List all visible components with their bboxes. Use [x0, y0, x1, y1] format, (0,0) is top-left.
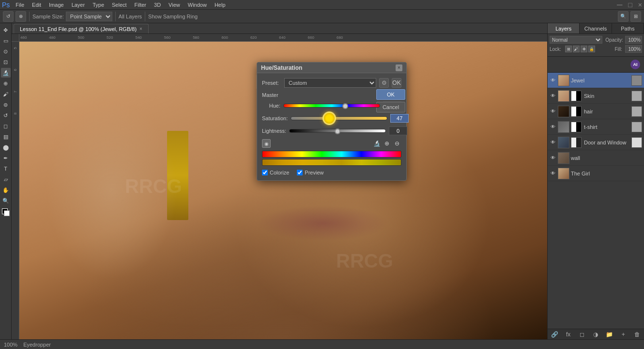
zoom-tool[interactable]: 🔍 [1, 196, 11, 206]
lock-brush[interactable]: 🖌 [573, 46, 580, 52]
layer-wall[interactable]: 👁 wall [548, 150, 644, 166]
eyedropper-tool[interactable]: 🔬 [1, 68, 11, 78]
layer-skin-thumb [558, 90, 569, 102]
saturation-thumb[interactable] [322, 111, 336, 125]
layer-mask-btn[interactable]: ◻ [578, 330, 586, 339]
menu-edit[interactable]: Edit [30, 2, 43, 8]
sample-size-select[interactable]: Point Sample [66, 12, 112, 21]
layer-jewel-eye[interactable]: 👁 [550, 77, 556, 84]
preset-gear-btn[interactable]: ⚙ [379, 78, 389, 88]
layer-wall-name: wall [571, 155, 642, 161]
lock-all[interactable]: 🔒 [588, 46, 595, 52]
move-tool[interactable]: ✥ [1, 25, 11, 35]
gradient-tool[interactable]: ▤ [1, 132, 11, 142]
file-tab[interactable]: Lesson 11_End File.psd @ 100% (Jewel, RG… [14, 24, 149, 33]
dialog-close-btn[interactable]: × [396, 64, 402, 71]
all-layers-label: All Layers [119, 14, 142, 19]
sample-tool-1[interactable]: ◉ [262, 139, 271, 148]
layer-add-btn[interactable]: + [619, 330, 628, 339]
tab-layers[interactable]: Layers [548, 23, 580, 33]
eyedropper-tool-1[interactable]: 🔬 [372, 139, 381, 148]
layer-skin[interactable]: 👁 Skin [548, 88, 644, 104]
ruler-v-2: 6 [13, 64, 17, 71]
layer-hair[interactable]: 👁 hair [548, 104, 644, 119]
menu-select[interactable]: Select [110, 2, 129, 8]
fill-input[interactable] [625, 45, 642, 53]
lightness-value-input[interactable] [389, 127, 407, 135]
menu-image[interactable]: Image [47, 2, 66, 8]
type-tool[interactable]: T [1, 164, 11, 174]
menu-file[interactable]: File [14, 2, 26, 8]
layer-fx-btn[interactable]: fx [564, 330, 573, 339]
stamp-tool[interactable]: ⊜ [1, 100, 11, 110]
selection-tool[interactable]: ▭ [1, 36, 11, 46]
preset-select[interactable]: Custom [284, 78, 376, 88]
menu-layer[interactable]: Layer [70, 2, 87, 8]
layer-door-eye[interactable]: 👁 [550, 139, 556, 146]
layer-jewel[interactable]: 👁 Jewel [548, 73, 644, 88]
eraser-tool[interactable]: ◻ [1, 121, 11, 131]
lasso-tool[interactable]: ⊙ [1, 47, 11, 56]
dialog-tools-row: ◉ 🔬 ⊕ ⊖ [262, 139, 401, 148]
eyedropper-tool-2[interactable]: ⊕ [383, 139, 391, 148]
ai-button[interactable]: AI [630, 60, 640, 69]
menu-filter[interactable]: Filter [133, 2, 148, 8]
tool-selector-btn[interactable]: ↺ [3, 11, 14, 22]
preview-checkbox[interactable] [297, 170, 303, 175]
tool-alt-btn[interactable]: ⊕ [15, 11, 26, 22]
tab-paths[interactable]: Paths [612, 23, 644, 33]
crop-tool[interactable]: ⊡ [1, 57, 11, 67]
foreground-bg-colors[interactable] [2, 208, 10, 216]
ruler-mark-660: 660 [308, 35, 314, 40]
tab-close-btn[interactable]: × [139, 26, 142, 32]
menu-type[interactable]: Type [91, 2, 106, 8]
window-close-btn[interactable]: × [638, 1, 642, 9]
layer-hair-eye[interactable]: 👁 [550, 108, 556, 115]
menu-view[interactable]: View [167, 2, 182, 8]
lock-arrows[interactable]: ✥ [581, 46, 587, 52]
brush-tool[interactable]: 🖌 [1, 89, 11, 99]
shape-tool[interactable]: ▱ [1, 174, 11, 184]
lock-checkerboard[interactable]: ⊠ [565, 46, 572, 52]
layer-girl-name: The Girl [571, 171, 642, 176]
layer-group-btn[interactable]: 📁 [605, 330, 614, 339]
minimize-btn[interactable]: ─ [617, 0, 622, 9]
tab-channels[interactable]: Channels [580, 23, 612, 33]
eyedropper-tool-3[interactable]: ⊖ [393, 139, 401, 148]
layer-door[interactable]: 👁 Door and Window [548, 135, 644, 150]
search-btn[interactable]: 🔍 [618, 11, 629, 22]
layer-tshirt[interactable]: 👁 t-shirt [548, 119, 644, 135]
layer-skin-eye[interactable]: 👁 [550, 93, 556, 99]
layer-adjustment-btn[interactable]: ◑ [591, 330, 600, 339]
healing-tool[interactable]: ⊕ [1, 79, 11, 88]
menu-3d[interactable]: 3D [152, 2, 163, 8]
arrange-btn[interactable]: ⊞ [630, 11, 641, 22]
ruler-v-1: 5 [13, 43, 17, 49]
saturation-value-input[interactable] [390, 114, 409, 123]
layer-delete-btn[interactable]: 🗑 [633, 330, 642, 339]
ok-btn[interactable]: OK [392, 78, 401, 88]
layer-link-btn[interactable]: 🔗 [550, 330, 559, 339]
cancel-button[interactable]: Cancel [376, 102, 405, 112]
hand-tool[interactable]: ✋ [1, 185, 11, 195]
layer-tshirt-eye[interactable]: 👁 [550, 124, 556, 130]
blend-mode-select[interactable]: Normal [550, 36, 602, 44]
hue-thumb[interactable] [342, 103, 348, 109]
menu-window[interactable]: Window [186, 2, 209, 8]
layer-girl[interactable]: 👁 The Girl [548, 166, 644, 181]
status-text: Eyedropper [23, 342, 51, 348]
menu-help[interactable]: Help [213, 2, 228, 8]
lightness-thumb[interactable] [335, 128, 340, 134]
pen-tool[interactable]: ✒ [1, 153, 11, 163]
opacity-input[interactable] [625, 36, 642, 44]
layer-girl-eye[interactable]: 👁 [550, 170, 556, 177]
ok-button[interactable]: OK [376, 89, 405, 100]
dodge-tool[interactable]: ⬤ [1, 143, 11, 152]
maximize-btn[interactable]: □ [628, 1, 632, 9]
colorize-label[interactable]: Colorize [270, 170, 289, 175]
preview-label[interactable]: Preview [305, 170, 323, 175]
colorize-checkbox[interactable] [262, 170, 268, 175]
layer-wall-eye[interactable]: 👁 [550, 155, 556, 161]
lightness-label: Lightness: [262, 128, 286, 134]
history-tool[interactable]: ↺ [1, 111, 11, 120]
